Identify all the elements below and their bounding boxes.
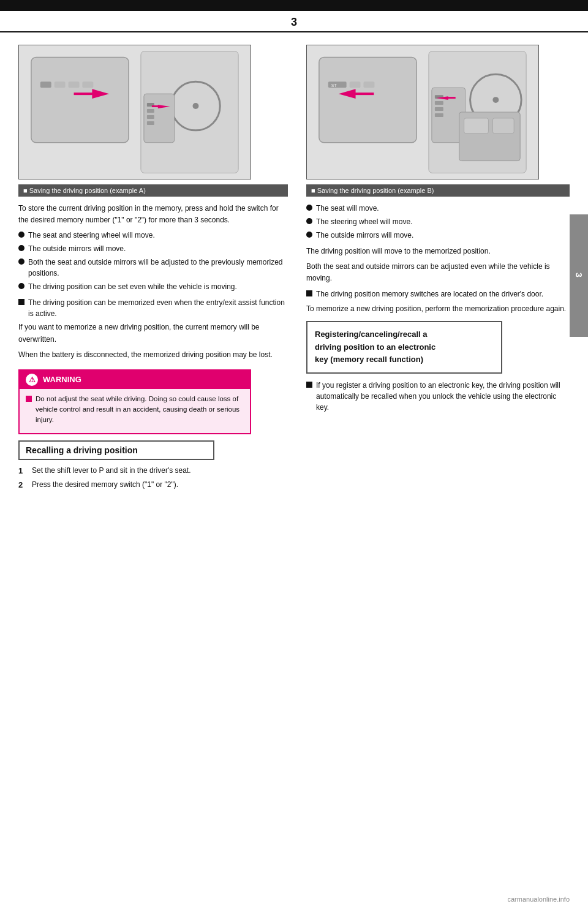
svg-rect-1 [31,57,129,142]
svg-point-28 [492,97,499,103]
warning-icon: ⚠ [26,374,38,386]
svg-rect-19 [319,57,417,142]
svg-rect-35 [447,97,456,99]
chapter-tab: 3 [570,214,588,337]
diagram-left-caption: ■ Saving the driving position (example A… [18,184,288,197]
svg-rect-25 [355,92,374,95]
left-body-text-1: To store the current driving position in… [18,203,288,226]
warning-box: ⚠ WARNING Do not adjust the seat while d… [18,369,251,434]
svg-rect-38 [492,118,514,134]
square-icon [18,299,24,305]
main-content: ■ Saving the driving position (example A… [0,32,588,496]
register-box: Registering/canceling/recall a driving p… [306,321,502,374]
bullet-dot [306,218,312,224]
svg-rect-33 [435,113,443,117]
bullet-dot [18,232,24,238]
bullet-dot [18,258,24,265]
diagram-right: ST [306,45,539,179]
svg-text:ST: ST [331,83,337,88]
warning-header: ⚠ WARNING [20,371,250,389]
right-column: ST [300,32,570,496]
svg-rect-32 [435,107,443,111]
list-item: The driving position can be set even whi… [18,281,288,292]
diagram-right-caption: ■ Saving the driving position (example B… [306,184,570,197]
square-item-1: The driving position can be memorized ev… [18,297,288,319]
num-label-2: 2 [18,479,28,491]
footer-url: carmanualonline.info [507,896,570,903]
svg-rect-3 [55,81,66,88]
numbered-list: 1 Set the shift lever to P and sit in th… [18,465,288,491]
svg-rect-37 [464,118,489,134]
svg-rect-2 [40,81,51,88]
warning-title: WARNING [43,375,81,384]
diagram-right-svg: ST [307,45,538,179]
svg-rect-14 [147,115,154,119]
svg-rect-7 [74,92,94,95]
diagram-left [18,45,251,179]
bullet-dot [18,245,24,251]
warning-item: Do not adjust the seat while driving. Do… [26,394,244,426]
svg-point-10 [193,103,199,109]
warning-body: Do not adjust the seat while driving. Do… [20,389,250,433]
right-square-item-2: If you register a driving position to an… [306,380,570,413]
list-item: The steering wheel will move. [306,216,570,227]
right-body-text-1: The driving position will move to the me… [306,246,570,257]
list-item: Both the seat and outside mirrors will b… [18,257,288,279]
square-icon-r [306,290,312,296]
chapter-number: 3 [0,11,588,31]
list-item: The outside mirrors will move. [18,243,288,254]
left-body-text-3: When the battery is disconnected, the me… [18,349,288,361]
svg-rect-17 [152,105,159,107]
svg-rect-22 [350,81,361,88]
recalling-box: Recalling a driving position [18,440,214,460]
chapter-tab-label: 3 [574,273,584,279]
svg-rect-15 [147,121,154,125]
left-column: ■ Saving the driving position (example A… [18,32,288,496]
list-item-1: 1 Set the shift lever to P and sit in th… [18,465,288,477]
num-label-1: 1 [18,465,28,477]
diagram-left-svg [19,45,251,179]
top-bar [0,0,588,11]
svg-rect-23 [364,81,375,88]
svg-rect-5 [82,81,93,88]
svg-rect-31 [435,101,443,105]
list-item-2: 2 Press the desired memory switch ("1" o… [18,479,288,491]
svg-rect-13 [147,109,154,113]
left-body-text-2: If you want to memorize a new driving po… [18,322,288,345]
bullet-dot [306,205,312,211]
right-body-text-3: To memorize a new driving position, perf… [306,303,570,315]
list-item: The seat will move. [306,203,570,214]
bullet-dot [18,283,24,289]
list-item: The seat and steering wheel will move. [18,230,288,241]
list-item: The outside mirrors will move. [306,230,570,241]
bullet-dot [306,232,312,238]
square-icon-r2 [306,382,312,388]
left-bullet-list: The seat and steering wheel will move. T… [18,230,288,292]
right-body-text-2: Both the seat and outside mirrors can be… [306,261,570,284]
right-square-item-1: The driving position memory switches are… [306,289,570,300]
svg-rect-4 [69,81,80,88]
right-bullet-list: The seat will move. The steering wheel w… [306,203,570,241]
warning-bullet [26,396,32,402]
